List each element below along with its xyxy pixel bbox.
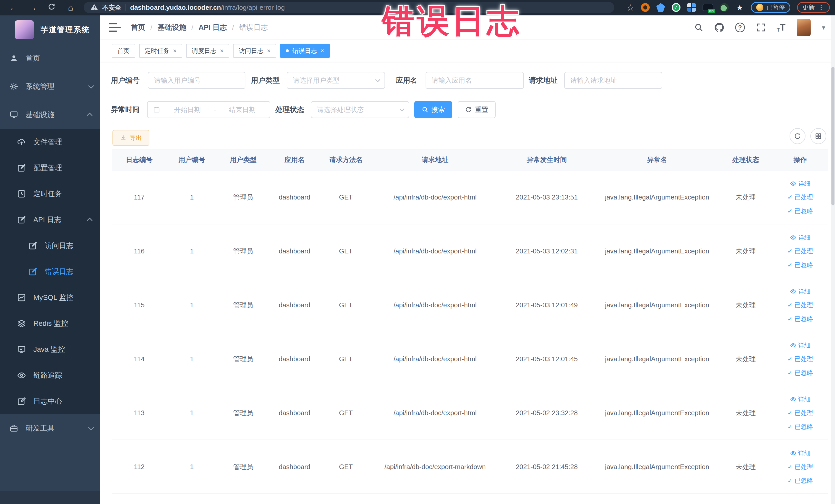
exception-time-range-picker[interactable]: 开始日期 - 结束日期 (147, 101, 270, 118)
bookmark-star-icon[interactable]: ☆ (627, 2, 634, 13)
processed-link[interactable]: ✓已处理 (787, 301, 813, 309)
app-name-input[interactable] (426, 72, 524, 89)
extension-leaf-icon[interactable] (720, 3, 729, 12)
tab-access-log[interactable]: 访问日志× (233, 44, 276, 58)
user-type-select[interactable]: 请选择用户类型 (287, 72, 385, 89)
fullscreen-icon[interactable] (756, 23, 766, 32)
reset-button[interactable]: 重置 (458, 101, 496, 118)
browser-menu-icon[interactable]: ⋮ (818, 4, 824, 12)
check-icon: ✓ (787, 247, 792, 255)
scrollbar-thumb[interactable] (831, 67, 834, 205)
extension-toggle-icon[interactable]: on (702, 4, 713, 11)
navbar-actions: ? TT ▾ (694, 19, 825, 36)
sidebar-item-mysql-monitor[interactable]: MySQL 监控 (0, 284, 100, 310)
update-badge[interactable]: 更新 ⋮ (797, 2, 830, 13)
detail-link[interactable]: 详细 (790, 341, 811, 349)
breadcrumb-infra[interactable]: 基础设施 (158, 23, 186, 32)
extension-v-icon[interactable]: ✓ (672, 3, 680, 12)
sidebar-item-trace[interactable]: 链路追踪 (0, 362, 100, 388)
refresh-icon (794, 133, 801, 140)
detail-link[interactable]: 详细 (790, 234, 811, 241)
home-icon[interactable]: ⌂ (62, 3, 79, 13)
user-id-input[interactable] (148, 72, 245, 89)
main-content: 用户编号 用户类型 请选择用户类型 应用名 请求地址 异常时间 开始日期 - 结… (100, 62, 835, 504)
tab-error-log[interactable]: 错误日志× (280, 44, 330, 58)
forward-icon[interactable]: → (24, 3, 41, 13)
sidebar-item-java-monitor[interactable]: Java 监控 (0, 336, 100, 362)
sidebar-item-system[interactable]: 系统管理 (0, 73, 100, 101)
ignored-link[interactable]: ✓已忽略 (787, 207, 813, 215)
font-size-icon[interactable]: TT (777, 22, 786, 33)
tab-scheduled-jobs[interactable]: 定时任务× (139, 44, 182, 58)
processed-link[interactable]: ✓已处理 (787, 409, 813, 417)
detail-link[interactable]: 详细 (790, 287, 811, 295)
tab-label: 访问日志 (239, 47, 263, 55)
detail-link[interactable]: 详细 (790, 180, 811, 187)
avatar[interactable] (797, 19, 811, 36)
github-icon[interactable] (715, 23, 724, 32)
ignored-link[interactable]: ✓已忽略 (787, 477, 813, 484)
breadcrumb-api-log[interactable]: API 日志 (199, 23, 227, 32)
cell-actions: 详细 ✓已处理 ✓已忽略 (773, 341, 828, 377)
check-icon: ✓ (787, 355, 792, 363)
sidebar-item-error-log[interactable]: 错误日志 (0, 259, 100, 284)
sidebar-item-api-log[interactable]: API 日志 (0, 207, 100, 233)
scrollbar-track[interactable] (831, 15, 835, 504)
cell-exception-time: 2021-05-03 12:01:49 (498, 301, 595, 309)
help-icon[interactable]: ? (735, 23, 745, 32)
close-icon[interactable]: × (173, 48, 177, 54)
close-icon[interactable]: × (267, 48, 270, 54)
address-bar[interactable]: 不安全 dashboard.yudao.iocoder.cn/infra/log… (84, 2, 614, 13)
sidebar-item-label: 首页 (26, 54, 40, 63)
processed-link[interactable]: ✓已处理 (787, 463, 813, 471)
chevron-down-icon (88, 83, 94, 89)
ignored-link[interactable]: ✓已忽略 (787, 369, 813, 377)
sidebar-item-infra[interactable]: 基础设施 (0, 101, 100, 129)
detail-link[interactable]: 详细 (790, 395, 811, 403)
sidebar-item-file-management[interactable]: 文件管理 (0, 129, 100, 155)
extensions-pin-icon[interactable]: ★ (735, 3, 744, 12)
tab-home[interactable]: 首页 (111, 44, 135, 58)
search-button[interactable]: 搜索 (414, 101, 452, 118)
back-icon[interactable]: ← (5, 3, 22, 13)
column-settings-button[interactable] (810, 128, 826, 144)
reload-icon[interactable] (43, 3, 60, 13)
sidebar-item-redis-monitor[interactable]: Redis 监控 (0, 310, 100, 336)
ignored-link[interactable]: ✓已忽略 (787, 315, 813, 323)
processed-link[interactable]: ✓已处理 (787, 355, 813, 363)
sidebar-item-home[interactable]: 首页 (0, 44, 100, 73)
paused-badge[interactable]: 已暂停 (751, 2, 790, 13)
extension-grid-icon[interactable] (687, 3, 696, 12)
breadcrumb-home[interactable]: 首页 (131, 23, 145, 32)
extension-orange-icon[interactable] (641, 3, 650, 12)
close-icon[interactable]: × (321, 48, 324, 54)
active-dot (286, 49, 289, 53)
tab-schedule-log[interactable]: 调度日志× (186, 44, 229, 58)
sidebar-item-log-center[interactable]: 日志中心 (0, 388, 100, 414)
search-icon[interactable] (694, 23, 703, 32)
tab-label: 首页 (117, 47, 130, 55)
request-url-input[interactable] (564, 72, 662, 89)
detail-link[interactable]: 详细 (790, 449, 811, 457)
close-icon[interactable]: × (220, 48, 224, 54)
sidebar-item-config-management[interactable]: 配置管理 (0, 155, 100, 181)
process-status-select[interactable]: 请选择处理状态 (311, 101, 409, 118)
chevron-up-icon (87, 218, 93, 223)
sidebar-item-dev-tools[interactable]: 研发工具 (0, 414, 100, 442)
app-logo-row[interactable]: 芋道管理系统 (0, 15, 100, 44)
security-label[interactable]: 不安全 (102, 3, 121, 12)
sidebar-item-scheduled-jobs[interactable]: 定时任务 (0, 181, 100, 207)
ignored-link[interactable]: ✓已忽略 (787, 423, 813, 430)
export-button[interactable]: 导出 (113, 130, 149, 146)
caret-down-icon[interactable]: ▾ (822, 24, 825, 32)
processed-link[interactable]: ✓已处理 (787, 193, 813, 201)
chevron-down-icon (88, 425, 94, 430)
refresh-table-button[interactable] (790, 128, 806, 144)
sidebar-item-access-log[interactable]: 访问日志 (0, 233, 100, 259)
hamburger-icon[interactable] (109, 23, 121, 32)
url-text[interactable]: dashboard.yudao.iocoder.cn/infra/log/api… (130, 4, 285, 12)
cell-app-name: dashboard (269, 193, 320, 201)
ignored-link[interactable]: ✓已忽略 (787, 261, 813, 269)
extension-shield-icon[interactable] (656, 3, 665, 12)
processed-link[interactable]: ✓已处理 (787, 247, 813, 255)
